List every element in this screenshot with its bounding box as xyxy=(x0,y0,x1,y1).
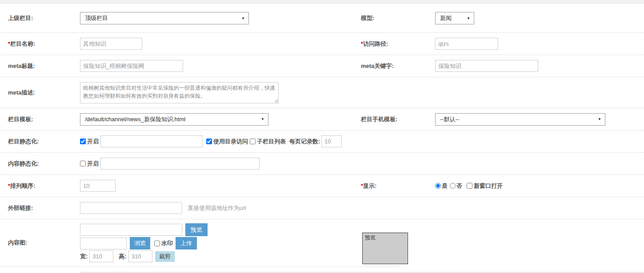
watermark-checkbox[interactable] xyxy=(154,241,160,246)
display-yes-radio[interactable] xyxy=(435,183,441,189)
category-template-label: 栏目模板: xyxy=(8,115,80,123)
image-url-line: 预览 xyxy=(80,223,208,236)
access-path-label: *访问路径: xyxy=(361,40,435,48)
parent-category-selected-value: 顶级栏目 xyxy=(85,14,108,22)
row-sort-order: *排列顺序: *显示: 是 否 新窗口打开 xyxy=(0,175,644,197)
category-static-enable-label: 开启 xyxy=(87,138,99,146)
row-content-static: 内容静态化: 开启 xyxy=(0,153,644,175)
browse-button[interactable]: 浏览 xyxy=(130,237,150,249)
sort-order-label: *排列顺序: xyxy=(8,182,80,190)
display-label: *显示: xyxy=(361,182,435,190)
image-upload-line: 浏览 水印 上传 xyxy=(80,237,208,249)
content-static-path-input[interactable] xyxy=(100,158,260,170)
category-name-input[interactable] xyxy=(80,38,142,50)
dir-access-label: 使用目录访问 xyxy=(213,138,248,146)
model-label: 模型: xyxy=(361,14,435,22)
cell-category-name: *栏目名称: xyxy=(0,38,361,50)
image-height-label: 高: xyxy=(119,253,126,261)
row-external-link: 外部链接: 直接使用该地址作为url xyxy=(0,197,644,219)
display-yes-label: 是 xyxy=(442,182,448,190)
parent-category-select[interactable]: 顶级栏目 ▼ xyxy=(80,12,249,24)
cell-content-static: 内容静态化: 开启 xyxy=(0,158,361,170)
row-meta-title: meta标题: meta关键字: xyxy=(0,55,644,77)
dropdown-arrow-icon: ▼ xyxy=(598,117,601,121)
new-window-checkbox[interactable] xyxy=(467,183,472,189)
cell-access-path: *访问路径: xyxy=(361,38,644,50)
display-no-label: 否 xyxy=(456,182,462,190)
dropdown-arrow-icon: ▼ xyxy=(467,16,470,20)
sort-order-input[interactable] xyxy=(80,180,116,192)
top-bar xyxy=(0,0,644,4)
cell-parent-category: 上级栏目: 顶级栏目 ▼ xyxy=(0,12,361,24)
row-category-template: 栏目模板: /default/channel/news_新保险知识.html ▼… xyxy=(0,108,644,131)
dropdown-arrow-icon: ▼ xyxy=(241,16,245,20)
category-template-select[interactable]: /default/channel/news_新保险知识.html ▼ xyxy=(80,113,268,126)
meta-description-label: meta描述: xyxy=(8,89,80,97)
row-category-name: *栏目名称: *访问路径: xyxy=(0,33,644,55)
cell-category-static: 栏目静态化: 开启 使用目录访问 子栏目列表 每页记录数: xyxy=(0,135,644,147)
next-section-top-border xyxy=(80,272,644,273)
cell-category-template: 栏目模板: /default/channel/news_新保险知识.html ▼ xyxy=(0,113,361,126)
sub-category-list-label: 子栏目列表 xyxy=(257,138,286,146)
page-size-input[interactable] xyxy=(321,135,342,147)
category-static-path-input[interactable] xyxy=(100,135,203,147)
new-window-label: 新窗口打开 xyxy=(474,182,503,190)
meta-keywords-input[interactable] xyxy=(435,60,538,72)
dir-access-checkbox[interactable] xyxy=(206,138,212,144)
watermark-label: 水印 xyxy=(161,239,173,247)
image-url-input[interactable] xyxy=(80,224,182,236)
meta-title-input[interactable] xyxy=(80,60,183,72)
access-path-input[interactable] xyxy=(435,38,498,50)
row-content-image: 内容图: 预览 浏览 水印 上传 宽: 高: xyxy=(0,219,644,266)
row-category-static: 栏目静态化: 开启 使用目录访问 子栏目列表 每页记录数: xyxy=(0,131,644,153)
meta-description-textarea[interactable]: 梧桐树其他知识类目对生活中常见保险的一些普通和偏激的疑问都有所介绍，快速教您如何… xyxy=(80,82,279,103)
cell-image-preview: 预览 xyxy=(361,222,644,264)
cell-category-mobile-template: 栏目手机模板: --默认-- ▼ xyxy=(361,113,644,126)
category-static-enable-checkbox[interactable] xyxy=(80,138,86,144)
dropdown-arrow-icon: ▼ xyxy=(261,117,264,121)
image-height-input[interactable] xyxy=(128,250,152,262)
row-meta-description: meta描述: 梧桐树其他知识类目对生活中常见保险的一些普通和偏激的疑问都有所介… xyxy=(0,77,644,108)
preview-button[interactable]: 预览 xyxy=(185,223,208,236)
image-size-line: 宽: 高: 裁剪 xyxy=(80,250,208,262)
cell-meta-title: meta标题: xyxy=(0,60,361,72)
external-link-input[interactable] xyxy=(80,202,182,214)
category-static-label: 栏目静态化: xyxy=(8,138,80,146)
image-preview-box: 预览 xyxy=(362,233,408,264)
upload-button[interactable]: 上传 xyxy=(176,237,197,249)
category-mobile-template-label: 栏目手机模板: xyxy=(361,115,435,123)
parent-category-label: 上级栏目: xyxy=(8,14,80,22)
content-image-controls: 预览 浏览 水印 上传 宽: 高: 裁剪 xyxy=(80,223,208,263)
sub-category-list-checkbox[interactable] xyxy=(250,138,256,144)
content-image-label: 内容图: xyxy=(8,239,80,247)
cell-external-link: 外部链接: 直接使用该地址作为url xyxy=(0,202,644,214)
cell-meta-keywords: meta关键字: xyxy=(361,60,644,72)
channel-edit-page: 上级栏目: 顶级栏目 ▼ 模型: 新闻 ▼ *栏目名称: *访问路径: meta… xyxy=(0,0,644,273)
cell-model: 模型: 新闻 ▼ xyxy=(361,12,644,24)
cell-display: *显示: 是 否 新窗口打开 xyxy=(361,182,644,190)
model-select[interactable]: 新闻 ▼ xyxy=(435,12,474,24)
cell-sort-order: *排列顺序: xyxy=(0,180,361,192)
image-preview-box-label: 预览 xyxy=(365,234,376,241)
cell-content-image: 内容图: 预览 浏览 水印 上传 宽: 高: xyxy=(0,223,361,263)
image-width-label: 宽: xyxy=(80,253,88,261)
cell-meta-description: meta描述: 梧桐树其他知识类目对生活中常见保险的一些普通和偏激的疑问都有所介… xyxy=(0,82,361,103)
category-mobile-template-select[interactable]: --默认-- ▼ xyxy=(435,113,605,126)
meta-keywords-label: meta关键字: xyxy=(361,62,435,70)
category-mobile-template-selected-value: --默认-- xyxy=(440,115,459,123)
row-parent-category: 上级栏目: 顶级栏目 ▼ 模型: 新闻 ▼ xyxy=(0,4,644,33)
meta-title-label: meta标题: xyxy=(8,62,80,70)
category-template-selected-value: /default/channel/news_新保险知识.html xyxy=(85,115,185,123)
image-file-input[interactable] xyxy=(80,237,127,249)
section-divider xyxy=(0,266,400,267)
content-static-enable-label: 开启 xyxy=(87,160,99,168)
external-link-label: 外部链接: xyxy=(8,204,80,212)
category-name-label: *栏目名称: xyxy=(8,40,80,48)
page-size-label: 每页记录数: xyxy=(289,138,320,146)
model-selected-value: 新闻 xyxy=(440,14,452,22)
content-static-enable-checkbox[interactable] xyxy=(80,161,86,166)
display-no-radio[interactable] xyxy=(450,183,456,189)
content-static-label: 内容静态化: xyxy=(8,160,80,168)
image-width-input[interactable] xyxy=(89,250,113,262)
crop-button[interactable]: 裁剪 xyxy=(155,251,175,262)
